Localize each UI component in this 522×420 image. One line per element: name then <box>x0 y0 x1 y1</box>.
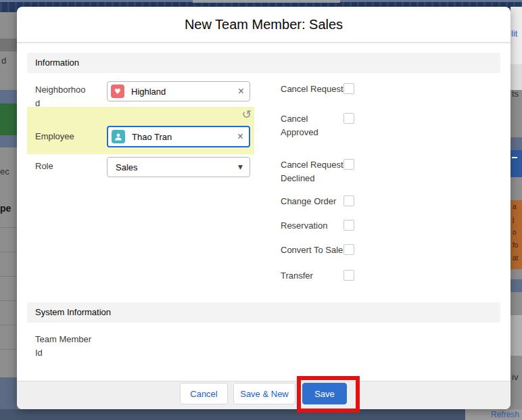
background-fragment: at <box>513 252 522 264</box>
new-team-member-modal: New Team Member: Sales Information Neigh… <box>17 7 511 409</box>
refresh-link[interactable]: Refresh <box>465 409 522 420</box>
cancel-request-declined-checkbox[interactable] <box>343 159 354 170</box>
background-fragment: j <box>513 213 522 226</box>
checkbox-label: Cancel Request <box>281 83 343 96</box>
background-divider <box>0 252 17 252</box>
save-and-new-button[interactable]: Save & New <box>233 383 295 404</box>
user-icon <box>112 130 125 143</box>
background-row <box>0 90 17 103</box>
background-panel <box>511 315 522 356</box>
convert-to-sale-checkbox[interactable] <box>343 244 354 255</box>
background-orange-block: a j o fo at <box>511 200 522 269</box>
checkbox-row: Change Order <box>281 195 389 208</box>
employee-label: Employee <box>35 130 96 143</box>
undo-icon[interactable]: ↺ <box>242 108 252 121</box>
checkbox-label: Convert To Sale <box>281 243 343 257</box>
role-label: Role <box>35 160 96 173</box>
checkbox-label: Reservation <box>281 219 343 233</box>
change-order-checkbox[interactable] <box>343 195 354 206</box>
role-select[interactable]: Sales ▼ <box>107 157 250 177</box>
heart-icon: ♥ <box>111 85 124 98</box>
reservation-checkbox[interactable] <box>343 220 354 231</box>
checkbox-label: Change Order <box>281 195 343 208</box>
background-fragment: pe <box>0 203 11 214</box>
section-system-information: System Information <box>27 302 500 323</box>
modal-header: New Team Member: Sales <box>17 7 511 43</box>
background-divider <box>0 276 17 277</box>
background-fragment: o <box>513 226 522 239</box>
section-information: Information <box>27 53 500 73</box>
clear-icon[interactable]: × <box>238 85 244 97</box>
background-fragment: d <box>1 55 6 66</box>
transfer-checkbox[interactable] <box>343 270 354 281</box>
background-blue-block <box>511 150 522 177</box>
role-value: Sales <box>116 162 238 172</box>
neighborhood-input[interactable]: ♥ Highland × <box>107 81 250 101</box>
background-row <box>511 137 522 150</box>
chevron-down-icon: ▼ <box>238 164 243 170</box>
background-fragment: iv <box>512 372 518 382</box>
cancel-request-checkbox[interactable] <box>343 83 354 94</box>
neighborhood-value: Highland <box>124 87 238 97</box>
modal-footer: Cancel Save & New Save <box>17 381 511 409</box>
background-fragment: fo <box>513 239 522 252</box>
background-row <box>0 39 17 51</box>
background-green-block <box>0 103 17 135</box>
background-bottom-bar <box>0 409 522 420</box>
clear-icon[interactable]: × <box>237 131 243 143</box>
background-divider <box>0 349 17 350</box>
modal-title: New Team Member: Sales <box>17 7 511 42</box>
employee-input[interactable]: Thao Tran × <box>107 126 250 147</box>
neighborhood-label: Neighborhood <box>35 83 89 110</box>
background-fragment: ec <box>0 166 9 177</box>
checkbox-row: Cancel Approved <box>281 112 389 139</box>
background-fragment: lit <box>511 28 517 39</box>
team-member-id-label: Team Member Id <box>35 333 93 359</box>
checkbox-row: Convert To Sale <box>281 243 389 257</box>
background-row <box>511 279 522 292</box>
checkbox-row: Reservation <box>281 219 389 233</box>
background-fragment: a <box>513 200 522 213</box>
background-panel <box>0 377 17 409</box>
cancel-approved-checkbox[interactable] <box>343 113 354 124</box>
employee-value: Thao Tran <box>125 132 237 142</box>
checkbox-row: Cancel Request <box>281 83 389 96</box>
checkbox-label: Transfer <box>281 269 343 283</box>
background-top-tab <box>193 0 340 3</box>
background-divider <box>0 325 17 325</box>
background-divider <box>0 300 17 301</box>
background-divider <box>0 227 17 228</box>
background-fragment: ts <box>512 89 519 99</box>
background-row <box>0 135 17 147</box>
checkbox-row: Transfer <box>281 269 389 283</box>
checkbox-row: Cancel Request Declined <box>281 158 389 185</box>
cancel-button[interactable]: Cancel <box>180 383 228 404</box>
background-panel <box>511 64 522 90</box>
checkbox-label: Cancel Approved <box>281 112 343 139</box>
checkbox-label: Cancel Request Declined <box>281 158 343 185</box>
save-button[interactable]: Save <box>302 383 347 404</box>
